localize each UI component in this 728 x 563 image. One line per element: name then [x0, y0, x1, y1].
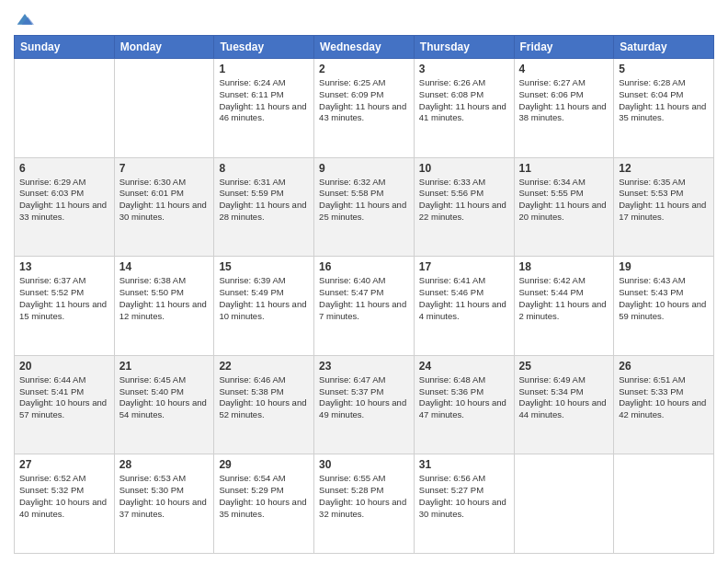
day-info: Sunrise: 6:29 AM Sunset: 6:03 PM Dayligh…: [19, 177, 109, 224]
day-number: 21: [119, 360, 210, 373]
day-info: Sunrise: 6:28 AM Sunset: 6:04 PM Dayligh…: [619, 77, 709, 124]
day-number: 8: [219, 162, 309, 175]
day-number: 28: [119, 458, 210, 471]
day-info: Sunrise: 6:41 AM Sunset: 5:46 PM Dayligh…: [419, 275, 509, 322]
calendar-cell: 20Sunrise: 6:44 AM Sunset: 5:41 PM Dayli…: [15, 355, 115, 454]
day-info: Sunrise: 6:55 AM Sunset: 5:28 PM Dayligh…: [319, 473, 409, 520]
day-number: 23: [319, 360, 409, 373]
day-number: 1: [219, 63, 309, 75]
day-info: Sunrise: 6:24 AM Sunset: 6:11 PM Dayligh…: [219, 77, 309, 124]
day-info: Sunrise: 6:51 AM Sunset: 5:33 PM Dayligh…: [619, 374, 709, 421]
calendar-cell: 17Sunrise: 6:41 AM Sunset: 5:46 PM Dayli…: [414, 257, 514, 356]
day-info: Sunrise: 6:27 AM Sunset: 6:06 PM Dayligh…: [519, 77, 609, 124]
day-info: Sunrise: 6:35 AM Sunset: 5:53 PM Dayligh…: [619, 177, 709, 224]
day-number: 6: [19, 162, 109, 175]
calendar-table: SundayMondayTuesdayWednesdayThursdayFrid…: [14, 35, 714, 554]
calendar-cell: 11Sunrise: 6:34 AM Sunset: 5:55 PM Dayli…: [514, 157, 614, 257]
calendar-cell: 29Sunrise: 6:54 AM Sunset: 5:29 PM Dayli…: [214, 454, 314, 554]
day-number: 27: [19, 458, 109, 471]
day-info: Sunrise: 6:53 AM Sunset: 5:30 PM Dayligh…: [119, 473, 210, 520]
calendar-cell: 10Sunrise: 6:33 AM Sunset: 5:56 PM Dayli…: [414, 157, 514, 257]
calendar-cell: 28Sunrise: 6:53 AM Sunset: 5:30 PM Dayli…: [114, 454, 214, 554]
calendar-cell: [114, 59, 214, 158]
day-info: Sunrise: 6:30 AM Sunset: 6:01 PM Dayligh…: [119, 177, 210, 224]
page: SundayMondayTuesdayWednesdayThursdayFrid…: [0, 0, 728, 563]
day-header-wednesday: Wednesday: [314, 36, 415, 59]
day-header-saturday: Saturday: [614, 36, 714, 59]
day-info: Sunrise: 6:32 AM Sunset: 5:58 PM Dayligh…: [319, 177, 409, 224]
day-number: 29: [219, 458, 309, 471]
calendar-cell: 8Sunrise: 6:31 AM Sunset: 5:59 PM Daylig…: [214, 157, 314, 257]
calendar-cell: 26Sunrise: 6:51 AM Sunset: 5:33 PM Dayli…: [614, 355, 714, 454]
day-info: Sunrise: 6:45 AM Sunset: 5:40 PM Dayligh…: [119, 374, 210, 421]
day-number: 19: [619, 260, 709, 273]
day-number: 9: [319, 162, 409, 175]
calendar-cell: 23Sunrise: 6:47 AM Sunset: 5:37 PM Dayli…: [314, 355, 415, 454]
day-info: Sunrise: 6:44 AM Sunset: 5:41 PM Dayligh…: [19, 374, 109, 421]
day-info: Sunrise: 6:26 AM Sunset: 6:08 PM Dayligh…: [419, 77, 509, 124]
day-info: Sunrise: 6:54 AM Sunset: 5:29 PM Dayligh…: [219, 473, 309, 520]
day-info: Sunrise: 6:47 AM Sunset: 5:37 PM Dayligh…: [319, 374, 409, 421]
day-info: Sunrise: 6:37 AM Sunset: 5:52 PM Dayligh…: [19, 275, 109, 322]
day-number: 15: [219, 260, 309, 273]
calendar-cell: 5Sunrise: 6:28 AM Sunset: 6:04 PM Daylig…: [614, 59, 714, 158]
calendar-cell: 25Sunrise: 6:49 AM Sunset: 5:34 PM Dayli…: [514, 355, 614, 454]
week-row-3: 20Sunrise: 6:44 AM Sunset: 5:41 PM Dayli…: [15, 355, 714, 454]
day-number: 20: [19, 360, 109, 373]
calendar-cell: 2Sunrise: 6:25 AM Sunset: 6:09 PM Daylig…: [314, 59, 415, 158]
day-number: 30: [319, 458, 409, 471]
day-number: 22: [219, 360, 309, 373]
day-number: 2: [319, 63, 409, 75]
day-info: Sunrise: 6:39 AM Sunset: 5:49 PM Dayligh…: [219, 275, 309, 322]
calendar-cell: 15Sunrise: 6:39 AM Sunset: 5:49 PM Dayli…: [214, 257, 314, 356]
day-info: Sunrise: 6:25 AM Sunset: 6:09 PM Dayligh…: [319, 77, 409, 124]
week-row-4: 27Sunrise: 6:52 AM Sunset: 5:32 PM Dayli…: [15, 454, 714, 554]
calendar-cell: 24Sunrise: 6:48 AM Sunset: 5:36 PM Dayli…: [414, 355, 514, 454]
day-number: 31: [419, 458, 509, 471]
day-number: 12: [619, 162, 709, 175]
week-row-0: 1Sunrise: 6:24 AM Sunset: 6:11 PM Daylig…: [15, 59, 714, 158]
logo: [14, 9, 34, 28]
header: [14, 9, 714, 28]
calendar-cell: 27Sunrise: 6:52 AM Sunset: 5:32 PM Dayli…: [15, 454, 115, 554]
day-header-sunday: Sunday: [15, 36, 115, 59]
day-number: 7: [119, 162, 210, 175]
week-row-1: 6Sunrise: 6:29 AM Sunset: 6:03 PM Daylig…: [15, 157, 714, 257]
logo-text: [14, 9, 34, 28]
calendar-cell: 1Sunrise: 6:24 AM Sunset: 6:11 PM Daylig…: [214, 59, 314, 158]
calendar-cell: [15, 59, 115, 158]
calendar-cell: 6Sunrise: 6:29 AM Sunset: 6:03 PM Daylig…: [15, 157, 115, 257]
day-info: Sunrise: 6:49 AM Sunset: 5:34 PM Dayligh…: [519, 374, 609, 421]
day-info: Sunrise: 6:33 AM Sunset: 5:56 PM Dayligh…: [419, 177, 509, 224]
calendar-cell: [514, 454, 614, 554]
calendar-cell: 30Sunrise: 6:55 AM Sunset: 5:28 PM Dayli…: [314, 454, 415, 554]
calendar-cell: 13Sunrise: 6:37 AM Sunset: 5:52 PM Dayli…: [15, 257, 115, 356]
day-number: 10: [419, 162, 509, 175]
day-info: Sunrise: 6:40 AM Sunset: 5:47 PM Dayligh…: [319, 275, 409, 322]
calendar-cell: 16Sunrise: 6:40 AM Sunset: 5:47 PM Dayli…: [314, 257, 415, 356]
day-info: Sunrise: 6:46 AM Sunset: 5:38 PM Dayligh…: [219, 374, 309, 421]
day-number: 4: [519, 63, 609, 75]
calendar-cell: 22Sunrise: 6:46 AM Sunset: 5:38 PM Dayli…: [214, 355, 314, 454]
day-info: Sunrise: 6:52 AM Sunset: 5:32 PM Dayligh…: [19, 473, 109, 520]
calendar-cell: 4Sunrise: 6:27 AM Sunset: 6:06 PM Daylig…: [514, 59, 614, 158]
day-info: Sunrise: 6:43 AM Sunset: 5:43 PM Dayligh…: [619, 275, 709, 322]
day-number: 14: [119, 260, 210, 273]
calendar-cell: [614, 454, 714, 554]
day-number: 3: [419, 63, 509, 75]
logo-icon: [16, 9, 34, 28]
day-header-thursday: Thursday: [414, 36, 514, 59]
day-header-monday: Monday: [114, 36, 214, 59]
day-number: 11: [519, 162, 609, 175]
day-info: Sunrise: 6:42 AM Sunset: 5:44 PM Dayligh…: [519, 275, 609, 322]
day-number: 5: [619, 63, 709, 75]
calendar-cell: 19Sunrise: 6:43 AM Sunset: 5:43 PM Dayli…: [614, 257, 714, 356]
day-info: Sunrise: 6:56 AM Sunset: 5:27 PM Dayligh…: [419, 473, 509, 520]
day-number: 18: [519, 260, 609, 273]
calendar-cell: 31Sunrise: 6:56 AM Sunset: 5:27 PM Dayli…: [414, 454, 514, 554]
calendar-cell: 12Sunrise: 6:35 AM Sunset: 5:53 PM Dayli…: [614, 157, 714, 257]
day-info: Sunrise: 6:34 AM Sunset: 5:55 PM Dayligh…: [519, 177, 609, 224]
calendar-cell: 21Sunrise: 6:45 AM Sunset: 5:40 PM Dayli…: [114, 355, 214, 454]
day-number: 24: [419, 360, 509, 373]
calendar-cell: 3Sunrise: 6:26 AM Sunset: 6:08 PM Daylig…: [414, 59, 514, 158]
